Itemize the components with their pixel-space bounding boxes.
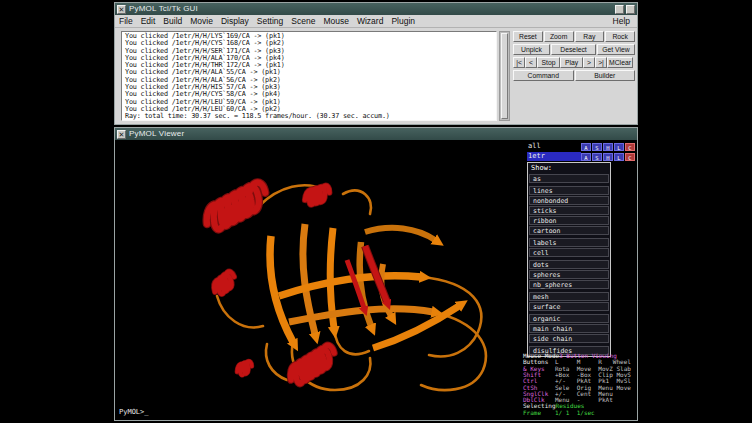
action-letter-button[interactable]: H xyxy=(603,153,613,161)
scrollbar-thumb[interactable] xyxy=(501,33,508,119)
reset-button[interactable]: Reset xyxy=(513,31,543,42)
command-prompt[interactable]: PyMOL>_ xyxy=(119,408,149,416)
show-menu-item[interactable]: nb_spheres xyxy=(529,280,609,289)
close-icon[interactable]: ✕ xyxy=(117,130,126,139)
object-name[interactable]: 1etr xyxy=(527,152,581,161)
gui-titlebar[interactable]: ✕ PyMOL Tcl/Tk GUI xyxy=(115,3,637,15)
control-button-panel: Reset Zoom Ray Rock Unpick Deselect Get … xyxy=(513,31,635,83)
show-menu: Show: as lines nonbonded sticks ribbon xyxy=(527,162,611,357)
menu-item-help[interactable]: Help xyxy=(609,15,634,27)
output-console: You clicked /1etr/H/H/LYS`169/CA -> (pk1… xyxy=(121,31,497,121)
show-menu-item[interactable]: ribbon xyxy=(529,216,609,225)
show-menu-item[interactable]: mesh xyxy=(529,292,609,301)
action-letter-button[interactable]: A xyxy=(581,143,591,151)
show-menu-item[interactable]: lines xyxy=(529,186,609,195)
gui-window-title: PyMOL Tcl/Tk GUI xyxy=(129,3,198,15)
action-letter-button[interactable]: A xyxy=(581,153,591,161)
viewport-3d[interactable]: all ASHLC 1etr ASHLC Show: xyxy=(115,140,637,420)
action-letter-button[interactable]: L xyxy=(614,153,624,161)
console-line: Ray: total time: 30.37 sec. = 118.5 fram… xyxy=(125,113,493,120)
show-menu-item[interactable]: sticks xyxy=(529,206,609,215)
console-scrollbar[interactable] xyxy=(499,31,510,121)
close-icon[interactable]: ✕ xyxy=(117,5,126,14)
play-button[interactable]: Play xyxy=(560,57,583,68)
menu-item[interactable]: Display xyxy=(217,15,253,27)
object-name[interactable]: all xyxy=(527,142,581,151)
show-menu-items: as lines nonbonded sticks ribbon cartoon xyxy=(528,174,610,355)
rewind-button[interactable]: |< xyxy=(513,57,525,68)
unpick-button[interactable]: Unpick xyxy=(513,44,550,55)
pymol-tcltk-gui-window: ✕ PyMOL Tcl/Tk GUI Help File Edit Build … xyxy=(114,2,638,125)
maximize-button[interactable] xyxy=(626,5,635,14)
action-letter-button[interactable]: S xyxy=(592,153,602,161)
mouse-mode-panel: Mouse Mode3-Button Viewing ButtonsL M R … xyxy=(523,353,635,416)
mclear-button[interactable]: MClear xyxy=(607,57,633,68)
protein-structure xyxy=(121,144,525,412)
menu-item[interactable]: Wizard xyxy=(353,15,387,27)
menu-item[interactable]: Edit xyxy=(137,15,160,27)
frame-row: Frame1/ 1 1/sec xyxy=(523,410,635,416)
show-menu-item[interactable]: organic xyxy=(529,314,609,323)
viewer-titlebar[interactable]: ✕ PyMOL Viewer xyxy=(115,128,637,140)
show-menu-item[interactable]: surface xyxy=(529,302,609,311)
fast-forward-button[interactable]: >| xyxy=(595,57,607,68)
step-forward-button[interactable]: > xyxy=(583,57,595,68)
show-menu-header: Show: xyxy=(528,163,610,174)
get-view-button[interactable]: Get View xyxy=(597,44,635,55)
menu-item[interactable]: Plugin xyxy=(387,15,419,27)
action-letter-button[interactable]: S xyxy=(592,143,602,151)
menu-item[interactable]: Setting xyxy=(253,15,287,27)
iconify-button[interactable] xyxy=(615,5,624,14)
show-menu-item[interactable]: main chain xyxy=(529,324,609,333)
menu-item[interactable]: Scene xyxy=(287,15,319,27)
pymol-viewer-window: ✕ PyMOL Viewer xyxy=(114,127,638,421)
builder-button[interactable]: Builder xyxy=(575,70,636,81)
show-menu-item[interactable]: nonbonded xyxy=(529,196,609,205)
menu-bar: Help File Edit Build Movie Display Setti… xyxy=(115,15,637,28)
stop-button[interactable]: Stop xyxy=(537,57,560,68)
viewer-window-title: PyMOL Viewer xyxy=(129,128,184,140)
show-menu-item[interactable]: cell xyxy=(529,248,609,257)
show-menu-item[interactable]: as xyxy=(529,174,609,183)
show-menu-item[interactable]: spheres xyxy=(529,270,609,279)
action-letter-button[interactable]: H xyxy=(603,143,613,151)
rock-button[interactable]: Rock xyxy=(605,31,635,42)
show-menu-item[interactable]: labels xyxy=(529,238,609,247)
object-row-all[interactable]: all ASHLC xyxy=(525,142,637,151)
action-letter-button[interactable]: C xyxy=(625,143,635,151)
menu-item[interactable]: File xyxy=(115,15,137,27)
show-menu-item[interactable]: cartoon xyxy=(529,226,609,235)
command-button[interactable]: Command xyxy=(513,70,574,81)
show-menu-item[interactable]: dots xyxy=(529,260,609,269)
action-letter-button[interactable]: L xyxy=(614,143,624,151)
desktop: ✕ PyMOL Tcl/Tk GUI Help File Edit Build … xyxy=(0,0,752,423)
menu-item[interactable]: Movie xyxy=(186,15,217,27)
action-letter-button[interactable]: C xyxy=(625,153,635,161)
object-row-1etr[interactable]: 1etr ASHLC xyxy=(525,152,637,161)
menu-item[interactable]: Build xyxy=(159,15,186,27)
show-menu-item[interactable]: side chain xyxy=(529,334,609,343)
ray-button[interactable]: Ray xyxy=(575,31,605,42)
zoom-button[interactable]: Zoom xyxy=(544,31,574,42)
step-back-button[interactable]: < xyxy=(525,57,537,68)
deselect-button[interactable]: Deselect xyxy=(551,44,596,55)
menu-item[interactable]: Mouse xyxy=(319,15,353,27)
